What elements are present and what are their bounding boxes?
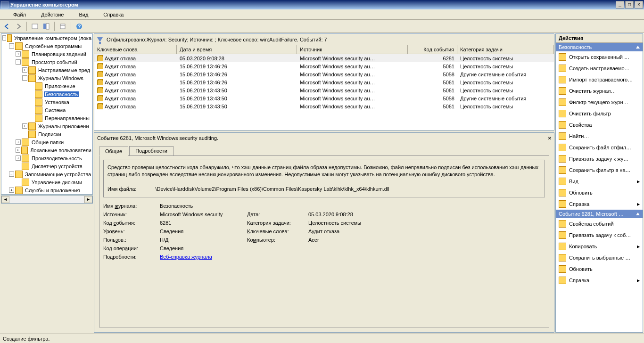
- expand-icon[interactable]: +: [16, 147, 20, 153]
- tree-item-подписки[interactable]: Подписки: [1, 130, 92, 138]
- tree-hscroll[interactable]: ◄ ►: [1, 196, 93, 204]
- scroll-left-button[interactable]: ◄: [1, 196, 9, 203]
- expand-icon[interactable]: +: [16, 155, 21, 161]
- back-button[interactable]: [2, 21, 12, 32]
- minimize-button[interactable]: _: [616, 1, 624, 8]
- event-row[interactable]: Аудит отказа05.03.2020 9:08:28Microsoft …: [94, 54, 554, 62]
- menu-view[interactable]: Вид: [73, 11, 94, 18]
- tab-details[interactable]: Подробности: [129, 146, 173, 155]
- lock-icon: [97, 95, 103, 101]
- col-keywords[interactable]: Ключевые слова: [94, 45, 177, 54]
- scroll-right-button[interactable]: ►: [84, 196, 92, 203]
- event-action-3[interactable]: Сохранить выбранные …: [556, 252, 643, 263]
- tree-item-настраиваемые-пред[interactable]: +Настраиваемые пред: [1, 66, 92, 74]
- tree-item-просмотр-событий[interactable]: −Просмотр событий: [1, 58, 92, 66]
- maximize-button[interactable]: □: [625, 1, 634, 8]
- action-label: Копировать: [569, 244, 634, 249]
- tree-item-журналы-приложени[interactable]: +Журналы приложени: [1, 122, 92, 130]
- tree-item-label: Установка: [44, 99, 70, 105]
- tree-item-система[interactable]: Система: [1, 106, 92, 114]
- event-row[interactable]: Аудит отказа15.06.2019 13:43:50Microsoft…: [94, 94, 554, 102]
- toolbar: ?: [0, 20, 644, 33]
- expand-icon[interactable]: +: [16, 139, 21, 145]
- tree-pane[interactable]: −Управление компьютером (лока−Служебные …: [1, 33, 93, 195]
- col-source[interactable]: Источник: [297, 45, 408, 54]
- actions-section-security[interactable]: Безопасность: [556, 43, 643, 51]
- tree-item-журналы-windows[interactable]: −Журналы Windows: [1, 74, 92, 82]
- tree-item-приложение[interactable]: Приложение: [1, 82, 92, 90]
- col-category[interactable]: Категория задачи: [457, 45, 554, 54]
- collapse-icon[interactable]: −: [16, 59, 21, 65]
- event-action-0[interactable]: Свойства событий: [556, 218, 643, 229]
- tab-general[interactable]: Общие: [99, 147, 128, 156]
- close-button[interactable]: ×: [635, 1, 643, 8]
- event-action-2[interactable]: Копировать▶: [556, 241, 643, 252]
- forward-button[interactable]: [13, 21, 24, 32]
- tree-item-безопасность[interactable]: Безопасность: [1, 90, 92, 98]
- security-action-13[interactable]: Справка▶: [556, 198, 643, 210]
- security-action-0[interactable]: Открыть сохраненный …: [556, 51, 643, 63]
- security-action-11[interactable]: Вид▶: [556, 176, 643, 187]
- prop-comp-label: Компьютер:: [247, 237, 308, 243]
- tree-item-службы-и-приложения[interactable]: +Службы и приложения: [1, 186, 92, 194]
- security-action-7[interactable]: Найти…: [556, 131, 643, 142]
- security-action-4[interactable]: Фильтр текущего журн…: [556, 97, 643, 108]
- toolbar-btn-3[interactable]: [58, 21, 68, 32]
- event-action-1[interactable]: Привязать задачу к соб…: [556, 229, 643, 241]
- expand-icon[interactable]: +: [22, 123, 27, 129]
- detail-close-button[interactable]: ×: [548, 135, 551, 141]
- col-event-id[interactable]: Код события: [408, 45, 457, 54]
- security-action-12[interactable]: Обновить: [556, 187, 643, 198]
- security-action-2[interactable]: Импорт настраиваемого…: [556, 74, 643, 85]
- event-row[interactable]: Аудит отказа15.06.2019 13:43:50Microsoft…: [94, 102, 554, 110]
- menu-action[interactable]: Действие: [35, 11, 69, 18]
- tree-item-перенаправленны[interactable]: Перенаправленны: [1, 114, 92, 122]
- expander-blank: [29, 107, 34, 113]
- collapse-icon[interactable]: −: [22, 75, 27, 81]
- security-action-6[interactable]: Свойства: [556, 119, 643, 131]
- security-action-8[interactable]: Сохранить файл отфил…: [556, 142, 643, 153]
- security-action-5[interactable]: Очистить фильтр: [556, 108, 643, 119]
- event-row[interactable]: Аудит отказа15.06.2019 13:46:26Microsoft…: [94, 78, 554, 86]
- menu-help[interactable]: Справка: [98, 11, 129, 18]
- toolbar-btn-2[interactable]: [41, 21, 51, 32]
- perf-icon: [22, 155, 29, 162]
- col-datetime[interactable]: Дата и время: [177, 45, 297, 54]
- actions-section-event[interactable]: Событие 6281, Microsoft …: [556, 210, 643, 218]
- security-action-1[interactable]: Создать настраиваемо…: [556, 63, 643, 74]
- tree-item-диспетчер-устройств[interactable]: Диспетчер устройств: [1, 162, 92, 170]
- tree-item-служебные-программы[interactable]: −Служебные программы: [1, 42, 92, 50]
- expand-icon[interactable]: +: [22, 67, 27, 73]
- event-row[interactable]: Аудит отказа15.06.2019 13:46:26Microsoft…: [94, 70, 554, 78]
- tree-item-установка[interactable]: Установка: [1, 98, 92, 106]
- web-help-link[interactable]: Веб-справка журнала: [160, 254, 212, 260]
- tree-item-планировщик-заданий[interactable]: +Планировщик заданий: [1, 50, 92, 58]
- expand-icon[interactable]: +: [9, 188, 14, 193]
- collapse-icon[interactable]: −: [9, 43, 14, 49]
- collapse-icon[interactable]: −: [2, 35, 6, 41]
- event-table[interactable]: Ключевые слова Дата и время Источник Код…: [94, 45, 554, 130]
- security-action-3[interactable]: Очистить журнал…: [556, 85, 643, 97]
- security-action-9[interactable]: Привязать задачу к жу…: [556, 153, 643, 164]
- event-action-5[interactable]: Справка▶: [556, 275, 643, 286]
- action-label: Сохранить файл отфил…: [569, 145, 640, 150]
- tree-item-локальные-пользователи[interactable]: +Локальные пользователи: [1, 146, 92, 154]
- tree-item-запоминающие-устройства[interactable]: −Запоминающие устройства: [1, 170, 92, 178]
- tree-item-общие-папки[interactable]: +Общие папки: [1, 138, 92, 146]
- collapse-icon[interactable]: −: [9, 172, 14, 177]
- event-action-4[interactable]: Обновить: [556, 263, 643, 275]
- event-row[interactable]: Аудит отказа15.06.2019 13:43:50Microsoft…: [94, 86, 554, 94]
- event-row[interactable]: Аудит отказа15.06.2019 13:46:26Microsoft…: [94, 62, 554, 70]
- toolbar-btn-1[interactable]: [30, 21, 40, 32]
- security-action-10[interactable]: Сохранить фильтр в на…: [556, 164, 643, 176]
- actions-title: Действия: [556, 34, 643, 43]
- menu-file[interactable]: Файл: [2, 11, 32, 18]
- lock-icon: [97, 79, 103, 85]
- tree-item-производительность[interactable]: +Производительность: [1, 154, 92, 162]
- tree-item-управление-компьютером-(лока[interactable]: −Управление компьютером (лока: [1, 34, 92, 42]
- action-icon: [559, 155, 566, 163]
- computer-icon: [7, 34, 12, 42]
- expand-icon[interactable]: +: [16, 51, 21, 57]
- help-button[interactable]: ?: [74, 21, 84, 32]
- tree-item-управление-дисками[interactable]: Управление дисками: [1, 178, 92, 186]
